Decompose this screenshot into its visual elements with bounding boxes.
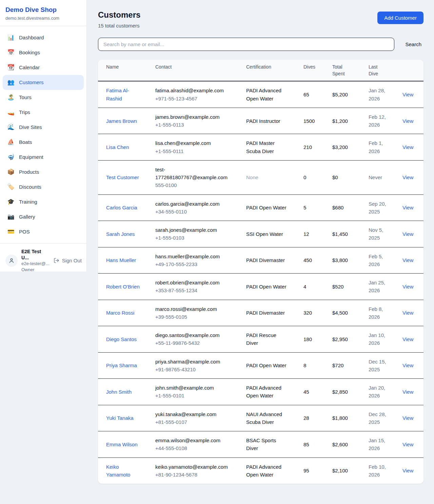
view-customer-link[interactable]: View (402, 442, 413, 447)
sidebar-item-discounts[interactable]: 🏷️ Discounts (3, 180, 84, 194)
view-customer-link[interactable]: View (402, 468, 413, 473)
last-dive-cell: Feb 5, 2026 (369, 247, 402, 274)
customer-phone: 555-0100 (155, 181, 232, 189)
search-input[interactable] (98, 38, 394, 51)
last-dive-cell: Never (369, 168, 402, 186)
customer-email: lisa.chen@example.com (155, 139, 232, 147)
sidebar-item-tours[interactable]: 🏝️ Tours (3, 90, 84, 105)
sidebar-item-trips[interactable]: 🚤 Trips (3, 105, 84, 120)
sidebar-item-dive-sites[interactable]: 🌊 Dive Sites (3, 120, 84, 135)
sidebar-item-pos[interactable]: 💳 POS (3, 224, 84, 239)
dives-cell: 28 (303, 409, 332, 427)
graduation-cap-icon: 🎓 (7, 199, 15, 205)
customer-name-link[interactable]: John Smith (106, 389, 132, 395)
view-customer-link[interactable]: View (402, 174, 413, 180)
customer-phone: +353-87-555-1234 (155, 286, 232, 294)
table-row: Yuki Tanaka yuki.tanaka@example.com +81-… (98, 405, 423, 432)
contact-cell: test-1772681807767@example.com 555-0100 (155, 161, 246, 194)
certification-cell: SSI Open Water (246, 225, 303, 243)
contact-cell: robert.obrien@example.com +353-87-555-12… (155, 274, 246, 300)
customer-phone: +971-55-123-4567 (155, 95, 232, 102)
last-dive-cell: Jan 15, 2026 (369, 431, 402, 458)
package-icon: 📦 (7, 169, 15, 175)
dives-cell: 8 (303, 356, 332, 374)
customer-email: fatima.alrashid@example.com (155, 87, 232, 94)
table-row: Hans Mueller hans.mueller@example.com +4… (98, 247, 423, 274)
customer-name-link[interactable]: Hans Mueller (106, 257, 136, 263)
sidebar-item-bookings[interactable]: 📅 Bookings (3, 45, 84, 60)
sidebar-item-gallery[interactable]: 📷 Gallery (3, 209, 84, 224)
dives-cell: 4 (303, 278, 332, 296)
total-spent-cell: $1,200 (332, 112, 369, 130)
certification-cell: None (246, 168, 303, 186)
customer-email: john.smith@example.com (155, 384, 232, 392)
main-content: Customers 15 total customers Add Custome… (87, 0, 434, 484)
customer-name-link[interactable]: Keiko Yamamoto (106, 464, 130, 478)
dives-cell: 95 (303, 462, 332, 480)
dives-cell: 65 (303, 86, 332, 104)
shop-name: Demo Dive Shop (5, 6, 81, 14)
contact-cell: emma.wilson@example.com +44-555-0108 (155, 431, 246, 458)
total-spent-cell: $2,950 (332, 330, 369, 348)
search-button[interactable]: Search (403, 41, 423, 47)
customer-name-link[interactable]: Yuki Tanaka (106, 415, 134, 421)
last-dive-cell: Nov 5, 2025 (369, 221, 402, 247)
sidebar-item-dashboard[interactable]: 📊 Dashboard (3, 30, 84, 45)
view-customer-link[interactable]: View (402, 257, 413, 263)
sign-out-button[interactable]: Sign Out (54, 258, 82, 263)
dives-cell: 320 (303, 304, 332, 322)
customer-name-link[interactable]: Diego Santos (106, 336, 137, 342)
customer-phone: +55-11-99876-5432 (155, 339, 232, 347)
sidebar-item-boats[interactable]: ⛵ Boats (3, 135, 84, 150)
total-spent-cell: $4,500 (332, 304, 369, 322)
dives-cell: 45 (303, 383, 332, 401)
customers-table: Name Contact Certification Dives Total S… (98, 60, 423, 484)
total-spent-cell: $5,200 (332, 86, 369, 104)
total-spent-cell: $3,800 (332, 251, 369, 269)
customer-email: hans.mueller@example.com (155, 253, 232, 260)
view-customer-link[interactable]: View (402, 205, 413, 210)
view-customer-link[interactable]: View (402, 415, 413, 421)
customer-name-link[interactable]: Robert O'Brien (106, 284, 140, 290)
sidebar-item-calendar[interactable]: 📆 Calendar (3, 60, 84, 75)
customer-email: keiko.yamamoto@example.com (155, 463, 232, 471)
customer-name-link[interactable]: Test Customer (106, 174, 139, 180)
customer-phone: +81-90-1234-5678 (155, 471, 232, 479)
table-row: Diego Santos diego.santos@example.com +5… (98, 326, 423, 353)
view-customer-link[interactable]: View (402, 284, 413, 290)
sidebar-item-training[interactable]: 🎓 Training (3, 194, 84, 209)
view-customer-link[interactable]: View (402, 144, 413, 150)
customer-name-link[interactable]: Marco Rossi (106, 310, 134, 316)
customer-phone: +1-555-0103 (155, 234, 232, 242)
view-customer-link[interactable]: View (402, 118, 413, 124)
customer-name-link[interactable]: James Brown (106, 118, 137, 124)
customer-name-link[interactable]: Sarah Jones (106, 231, 135, 237)
view-customer-link[interactable]: View (402, 362, 413, 368)
people-icon: 👥 (7, 79, 15, 85)
add-customer-button[interactable]: Add Customer (377, 12, 423, 24)
certification-cell: PADI Open Water (246, 199, 303, 217)
customer-phone: +91-98765-43210 (155, 366, 232, 373)
total-spent-cell: $2,100 (332, 462, 369, 480)
sidebar-item-customers[interactable]: 👥 Customers (3, 75, 84, 90)
customer-name-link[interactable]: Priya Sharma (106, 362, 137, 368)
view-customer-link[interactable]: View (402, 310, 413, 316)
customer-name-link[interactable]: Carlos Garcia (106, 205, 137, 210)
customer-name-link[interactable]: Lisa Chen (106, 144, 129, 150)
customer-email: carlos.garcia@example.com (155, 200, 232, 208)
certification-cell: PADI Divemaster (246, 304, 303, 322)
page-header: Customers 15 total customers Add Custome… (98, 10, 423, 29)
sidebar-item-equipment[interactable]: 🤿 Equipment (3, 150, 84, 165)
view-customer-link[interactable]: View (402, 231, 413, 237)
customer-name-link[interactable]: Emma Wilson (106, 442, 138, 447)
customer-name-link[interactable]: Fatima Al-Rashid (106, 88, 129, 101)
contact-cell: lisa.chen@example.com +1-555-0111 (155, 134, 246, 160)
view-customer-link[interactable]: View (402, 92, 413, 97)
table-row: Fatima Al-Rashid fatima.alrashid@example… (98, 81, 423, 108)
column-header: Total Spent (332, 60, 369, 81)
customer-email: james.brown@example.com (155, 113, 232, 121)
view-customer-link[interactable]: View (402, 336, 413, 342)
sidebar-item-products[interactable]: 📦 Products (3, 165, 84, 180)
certification-cell: PADI Open Water (246, 356, 303, 374)
view-customer-link[interactable]: View (402, 389, 413, 395)
